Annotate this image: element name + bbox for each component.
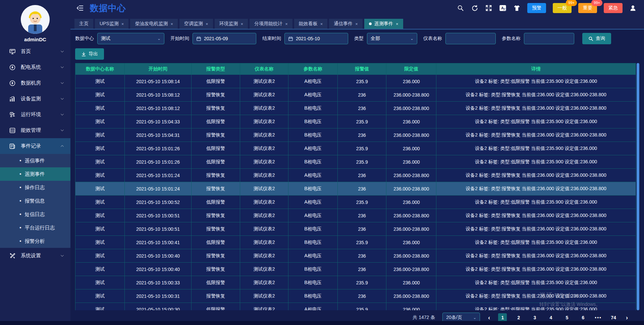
table-cell: 2021-05-10 15:00:30 bbox=[125, 303, 192, 311]
tab-ups[interactable]: UPS监测× bbox=[95, 19, 128, 29]
table-cell: 236 bbox=[338, 222, 386, 236]
tab-close-icon[interactable]: × bbox=[170, 21, 173, 26]
table-row[interactable]: 测试2021-05-10 15:08:14低限报警测试仪表2A相电压235.92… bbox=[75, 75, 636, 88]
param-name-input[interactable] bbox=[528, 36, 571, 41]
tab-close-icon[interactable]: × bbox=[396, 21, 398, 26]
bullet-icon: • bbox=[19, 171, 21, 177]
table-row[interactable]: 测试2021-05-10 15:00:31报警恢复测试仪表2B相电压236236… bbox=[75, 289, 636, 303]
sidebar-subitem-alarm-analysis[interactable]: •报警分析 bbox=[0, 234, 70, 248]
tab-energy-stats[interactable]: 分项用能统计× bbox=[250, 19, 292, 29]
table-row[interactable]: 测试2021-05-10 15:08:12报警恢复测试仪表2A相电压236236… bbox=[75, 88, 636, 102]
fullscreen-icon[interactable] bbox=[485, 4, 492, 12]
table-row[interactable]: 测试2021-05-10 15:00:30低限报警测试仪表2A相电压235.92… bbox=[75, 303, 636, 311]
sidebar-item-energy-management[interactable]: 能效管理 bbox=[0, 122, 70, 138]
pagination-ellipsis[interactable]: ••• bbox=[595, 315, 602, 320]
table-cell: 235.9 bbox=[338, 155, 386, 169]
sidebar-subitem-telemetry-events[interactable]: •遥测事件 bbox=[0, 167, 70, 181]
meter-name-input[interactable] bbox=[449, 36, 492, 41]
table-cell: 测试 bbox=[75, 88, 125, 102]
tab-hvac[interactable]: 空调监测× bbox=[179, 19, 213, 29]
sidebar-subitem-platform-logs[interactable]: •平台运行日志 bbox=[0, 221, 70, 234]
tab-environment[interactable]: 环境监测× bbox=[215, 19, 248, 29]
sidebar-item-power-distribution[interactable]: 配电系统 bbox=[0, 59, 70, 75]
table-cell: 设备2 标签: 类型:低限报警 当前值:235.900 设定值:236.000 bbox=[436, 155, 636, 169]
table-row[interactable]: 测试2021-05-10 15:00:40报警恢复测试仪表2A相电压236236… bbox=[75, 249, 636, 263]
tab-energy-board[interactable]: 能效看板× bbox=[294, 19, 328, 29]
table-cell: 236.000 bbox=[386, 276, 436, 289]
alert-general-button[interactable]: 一般99+ bbox=[553, 3, 572, 13]
avatar-image bbox=[21, 5, 50, 34]
translate-icon[interactable]: A文 bbox=[499, 4, 506, 12]
sidebar-subitem-operation-logs[interactable]: •操作日志 bbox=[0, 181, 70, 194]
table-row[interactable]: 测试2021-05-10 15:00:40报警恢复测试仪表2B相电压236236… bbox=[75, 263, 636, 276]
table-row[interactable]: 测试2021-05-10 15:08:12报警恢复测试仪表2B相电压236236… bbox=[75, 102, 636, 115]
tab-close-icon[interactable]: × bbox=[206, 21, 208, 26]
table-cell: 236.000 bbox=[386, 196, 436, 209]
sidebar-subitem-alarm-info[interactable]: •报警信息 bbox=[0, 194, 70, 208]
search-icon[interactable] bbox=[457, 4, 464, 12]
export-button[interactable]: 导出 bbox=[75, 48, 104, 60]
table-cell: A相电压 bbox=[288, 142, 337, 155]
datacenter-select[interactable]: 测试 ⌄ bbox=[97, 33, 164, 44]
prev-page-button[interactable]: ‹ bbox=[487, 314, 491, 321]
table-row[interactable]: 测试2021-05-10 15:01:26低限报警测试仪表2A相电压235.92… bbox=[75, 142, 636, 155]
sidebar-item-runtime-environment[interactable]: 运行环境 bbox=[0, 107, 70, 122]
chevron-down-icon bbox=[60, 65, 64, 69]
table-cell: 测试仪表2 bbox=[240, 142, 288, 155]
table-cell: 设备2 标签: 类型:低限报警 当前值:235.900 设定值:236.000 bbox=[436, 196, 636, 209]
alert-critical-button[interactable]: 紧急 bbox=[604, 3, 623, 13]
alert-warning-label: 预警 bbox=[532, 5, 541, 10]
table-row[interactable]: 测试2021-05-10 15:00:51报警恢复测试仪表2A相电压236236… bbox=[75, 209, 636, 222]
end-time-label: 结束时间 bbox=[262, 36, 281, 42]
sidebar-item-data-room[interactable]: 数据机房 bbox=[0, 75, 70, 91]
type-select[interactable]: 全部 ⌄ bbox=[367, 33, 417, 44]
tab-close-icon[interactable]: × bbox=[121, 21, 124, 26]
theme-icon[interactable] bbox=[513, 4, 521, 12]
calendar-icon bbox=[196, 36, 201, 41]
table-row[interactable]: 测试2021-05-10 15:00:51报警恢复测试仪表2B相电压236236… bbox=[75, 222, 636, 236]
sidebar-item-event-records[interactable]: 事件记录 bbox=[0, 138, 70, 154]
param-name-label: 参数名称 bbox=[502, 36, 521, 42]
sidebar-item-device-monitor[interactable]: 设备监测 bbox=[0, 91, 70, 107]
table-cell: B相电压 bbox=[288, 222, 337, 236]
table-row[interactable]: 测试2021-05-10 15:04:33低限报警测试仪表2B相电压235.92… bbox=[75, 115, 636, 128]
subitem-label: 操作日志 bbox=[25, 184, 45, 191]
table-row[interactable]: 测试2021-05-10 15:04:31报警恢复测试仪表2B相电压236236… bbox=[75, 128, 636, 142]
table-row[interactable]: 测试2021-05-10 15:01:24报警恢复测试仪表2A相电压236236… bbox=[75, 169, 636, 182]
table-scrollbar[interactable] bbox=[637, 63, 639, 310]
tab-close-icon[interactable]: × bbox=[355, 21, 358, 26]
next-page-button[interactable]: › bbox=[625, 314, 629, 321]
table-cell: 测试仪表2 bbox=[240, 155, 288, 169]
refresh-icon[interactable] bbox=[471, 4, 478, 12]
tab-close-icon[interactable]: × bbox=[320, 21, 323, 26]
sidebar-subitem-telesignal-events[interactable]: •遥信事件 bbox=[0, 154, 70, 167]
avatar[interactable] bbox=[21, 5, 50, 34]
table-row[interactable]: 测试2021-05-10 15:00:33低限报警测试仪表2B相电压235.92… bbox=[75, 276, 636, 289]
tab-diesel-generator[interactable]: 柴油发电机监测× bbox=[130, 19, 178, 29]
sidebar-subitem-sms-logs[interactable]: •短信日志 bbox=[0, 208, 70, 221]
sidebar-item-system-settings[interactable]: 系统设置 bbox=[0, 248, 70, 264]
table-row[interactable]: 测试2021-05-10 15:00:52低限报警测试仪表2A相电压235.92… bbox=[75, 196, 636, 209]
tab-home[interactable]: 主页 bbox=[74, 19, 93, 29]
start-date-input[interactable]: 2021-05-09 bbox=[193, 33, 256, 44]
tab-comm-events[interactable]: 通信事件× bbox=[329, 19, 363, 29]
tab-close-icon[interactable]: × bbox=[241, 21, 244, 26]
sidebar-item-home[interactable]: 首页 bbox=[0, 44, 70, 59]
table-cell: 236.000 bbox=[386, 236, 436, 249]
table-row[interactable]: 测试2021-05-10 15:01:24报警恢复测试仪表2B相电压236236… bbox=[75, 182, 636, 196]
end-date-input[interactable]: 2021-05-10 bbox=[284, 33, 348, 44]
menu-fold-icon[interactable] bbox=[76, 4, 85, 12]
search-button[interactable]: 查询 bbox=[582, 33, 611, 44]
table-cell: 235.9 bbox=[338, 115, 386, 128]
table-cell: 测试仪表2 bbox=[240, 222, 288, 236]
tab-label: 能效看板 bbox=[299, 21, 318, 27]
tab-telemetry-events[interactable]: 遥测事件× bbox=[364, 19, 403, 29]
alert-warning-button[interactable]: 预警 bbox=[527, 3, 546, 13]
table-cell: 报警恢复 bbox=[191, 182, 240, 196]
user-icon[interactable] bbox=[629, 4, 637, 12]
table-row[interactable]: 测试2021-05-10 15:00:41低限报警测试仪表2B相电压235.92… bbox=[75, 236, 636, 249]
alert-important-button[interactable]: 重要99+ bbox=[578, 3, 597, 13]
column-header: 报警值 bbox=[338, 63, 386, 75]
table-row[interactable]: 测试2021-05-10 15:01:26低限报警测试仪表2B相电压235.92… bbox=[75, 155, 636, 169]
tab-close-icon[interactable]: × bbox=[285, 21, 288, 26]
